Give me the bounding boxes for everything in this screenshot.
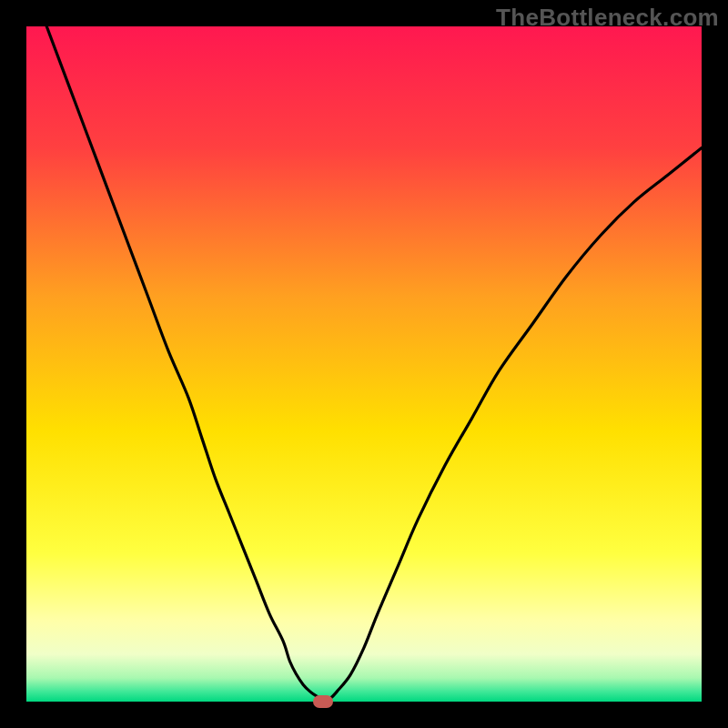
plot-background — [26, 26, 702, 702]
watermark-text: TheBottleneck.com — [496, 4, 719, 32]
chart-frame: TheBottleneck.com — [0, 0, 728, 728]
svg-rect-0 — [26, 26, 702, 702]
